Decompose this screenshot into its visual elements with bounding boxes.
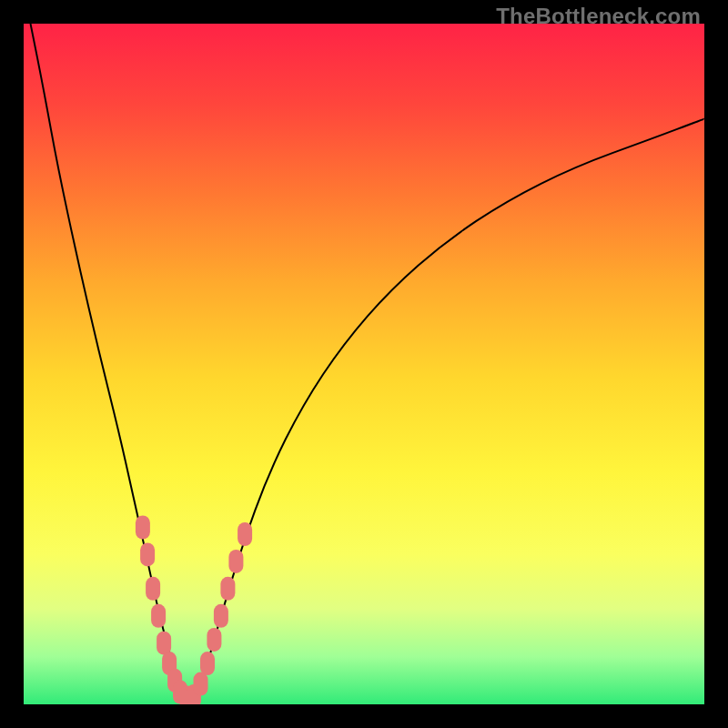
- scatter-points-group: [136, 516, 252, 705]
- chart-svg: [24, 24, 704, 704]
- scatter-point: [140, 542, 155, 566]
- scatter-point: [136, 516, 150, 540]
- scatter-point: [157, 632, 171, 655]
- scatter-point: [200, 652, 215, 675]
- scatter-point: [207, 628, 221, 652]
- scatter-point: [238, 522, 252, 546]
- bottleneck-curve-line: [31, 24, 705, 695]
- scatter-point: [228, 550, 243, 573]
- frame-border-bottom: [0, 704, 728, 728]
- scatter-point: [151, 604, 166, 628]
- scatter-point: [146, 577, 160, 601]
- scatter-point: [194, 672, 208, 696]
- scatter-point: [214, 604, 228, 628]
- scatter-point: [220, 577, 235, 601]
- frame-border-right: [704, 0, 728, 728]
- chart-plot-area: [24, 24, 704, 704]
